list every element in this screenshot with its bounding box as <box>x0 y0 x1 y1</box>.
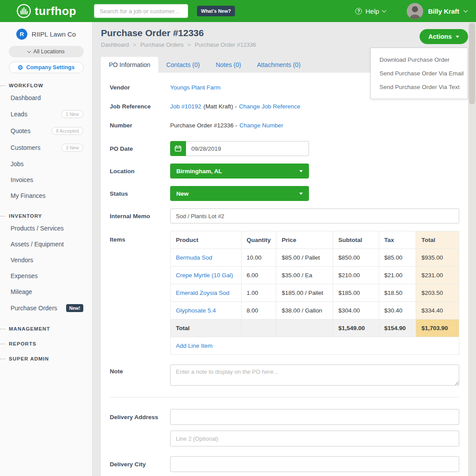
table-row: Crepe Myrtle (10 Gal) 6.00 $35.00 / Ea $… <box>171 267 459 284</box>
product-link[interactable]: Glyphosate 5.4 <box>176 307 216 314</box>
tax-cell: $85.00 <box>379 249 416 267</box>
section-management[interactable]: MANAGEMENT <box>0 326 92 331</box>
search-input[interactable] <box>94 4 188 18</box>
price-cell: $35.00 / Ea <box>276 267 333 284</box>
sidebar-item-my-finances[interactable]: My Finances <box>0 188 92 204</box>
price-cell: $85.00 / Pallet <box>276 249 333 267</box>
table-row: Emerald Zoysia Sod 1.00 $185.00 / Pallet… <box>171 284 459 302</box>
user-name: Billy Kraft <box>428 7 459 15</box>
note-label: Note <box>110 364 170 375</box>
breadcrumb-purchase-orders[interactable]: Purchase Orders <box>140 41 183 48</box>
section-workflow: WORKFLOW <box>0 83 92 88</box>
delivery-address-input[interactable] <box>170 409 459 425</box>
total-cell: $203.50 <box>416 284 459 302</box>
company-avatar: R <box>16 29 27 40</box>
add-line-item-row: Add Line Item <box>171 337 459 355</box>
sidebar: R RIIPL Lawn Co All Locations Company Se… <box>0 22 93 476</box>
customers-badge: 3 New <box>61 144 83 152</box>
table-row: Bermuda Sod 10.00 $85.00 / Pallet $850.0… <box>171 249 459 267</box>
header-subtotal: Subtotal <box>333 231 379 249</box>
chevron-down-icon <box>382 8 387 12</box>
sidebar-item-jobs[interactable]: Jobs <box>0 156 92 172</box>
table-total-row: Total $1,549.00 $154.90 $1,703.90 <box>171 320 459 337</box>
sidebar-item-vendors[interactable]: Vendors <box>0 252 92 268</box>
sidebar-item-products-services[interactable]: Products / Services <box>0 220 92 236</box>
header-quantity: Quantity <box>241 231 276 249</box>
status-select[interactable]: New <box>170 186 309 201</box>
tab-po-information[interactable]: PO Information <box>101 57 158 73</box>
sidebar-item-invoices[interactable]: Invoices <box>0 172 92 188</box>
calendar-icon[interactable] <box>170 141 186 156</box>
page-title: Purchase Order #12336 <box>101 28 468 38</box>
job-reference-text: (Matt Kraft) - <box>204 103 237 110</box>
internal-memo-label: Internal Memo <box>110 213 170 219</box>
change-job-reference-link[interactable]: Change Job Reference <box>239 103 300 110</box>
tab-attachments[interactable]: Attachments (0) <box>249 57 309 73</box>
po-date-label: PO Date <box>110 145 170 152</box>
delivery-city-label: Delivery City <box>110 461 170 468</box>
table-row: Glyphosate 5.4 8.00 $38.00 / Gallon $304… <box>171 302 459 320</box>
breadcrumb-separator <box>187 41 191 48</box>
po-date-input[interactable] <box>186 141 309 156</box>
help-menu[interactable]: Help <box>355 7 386 15</box>
caret-down-icon <box>456 36 459 38</box>
brand-logo[interactable]: turfhop <box>0 4 93 19</box>
company-settings-button[interactable]: Company Settings <box>9 62 84 73</box>
quotes-badge: 8 Accepted <box>52 127 83 135</box>
total-cell: $935.00 <box>416 249 459 267</box>
po-information-panel: Vendor Youngs Plant Farm Job Reference J… <box>101 73 468 476</box>
sidebar-item-customers[interactable]: Customers 3 New <box>0 139 92 156</box>
menu-item-send-po-text[interactable]: Send Purchase Order Via Text <box>371 80 468 94</box>
location-select[interactable]: Birmingham, AL <box>170 164 309 178</box>
grand-total: $1,703.90 <box>416 320 459 337</box>
whats-new-button[interactable]: What's New? <box>197 6 235 16</box>
scrollbar[interactable] <box>468 22 476 476</box>
job-link[interactable]: Job #10192 <box>170 103 201 110</box>
header-tax: Tax <box>379 231 416 249</box>
actions-dropdown-menu: Download Purchase Order Send Purchase Or… <box>370 48 468 99</box>
tab-notes[interactable]: Notes (0) <box>208 57 249 73</box>
quantity-cell: 6.00 <box>241 267 276 284</box>
internal-memo-input[interactable] <box>170 208 459 223</box>
section-reports[interactable]: REPORTS <box>0 341 92 346</box>
breadcrumb-dashboard[interactable]: Dashboard <box>101 41 129 48</box>
product-link[interactable]: Emerald Zoysia Sod <box>176 290 230 296</box>
header-product: Product <box>171 231 242 249</box>
delivery-address-line2-input[interactable] <box>170 431 459 446</box>
user-menu[interactable]: Billy Kraft <box>407 3 467 19</box>
scrollbar-thumb[interactable] <box>469 23 475 104</box>
change-number-link[interactable]: Change Number <box>239 122 283 129</box>
number-label: Number <box>110 122 170 129</box>
section-divider <box>110 397 459 398</box>
status-value: New <box>176 190 189 197</box>
delivery-city-input[interactable] <box>170 456 459 472</box>
all-locations-label: All Locations <box>33 48 65 55</box>
add-line-item-link[interactable]: Add Line Item <box>176 342 212 349</box>
company-selector[interactable]: R RIIPL Lawn Co <box>0 29 92 40</box>
product-link[interactable]: Crepe Myrtle (10 Gal) <box>176 272 233 279</box>
sidebar-item-leads[interactable]: Leads 1 New <box>0 106 92 123</box>
sidebar-item-expenses[interactable]: Expenses <box>0 268 92 284</box>
quantity-cell: 8.00 <box>241 302 276 320</box>
location-value: Birmingham, AL <box>176 168 222 175</box>
sidebar-item-quotes[interactable]: Quotes 8 Accepted <box>0 123 92 139</box>
items-table: Product Quantity Price Subtotal Tax Tota… <box>170 231 459 355</box>
vendor-link[interactable]: Youngs Plant Farm <box>170 84 220 91</box>
breadcrumb-current: Purchase Order #12336 <box>195 41 256 48</box>
sidebar-item-purchase-orders[interactable]: Purchase Orders New! <box>0 300 92 316</box>
tab-contacts[interactable]: Contacts (0) <box>158 57 208 73</box>
note-textarea[interactable] <box>170 364 459 386</box>
sidebar-item-dashboard[interactable]: Dashboard <box>0 90 92 106</box>
all-locations-dropdown[interactable]: All Locations <box>9 46 84 57</box>
actions-button[interactable]: Actions <box>420 29 468 44</box>
po-number-text: Purchase Order #12336 - <box>170 122 237 129</box>
menu-item-download-po[interactable]: Download Purchase Order <box>371 53 468 67</box>
menu-item-send-po-email[interactable]: Send Purchase Order Via Email <box>371 67 468 80</box>
sidebar-item-mileage[interactable]: Mileage <box>0 284 92 300</box>
sidebar-item-assets-equipment[interactable]: Assets / Equipment <box>0 236 92 252</box>
job-reference-label: Job Reference <box>110 103 170 110</box>
help-label: Help <box>365 7 379 15</box>
product-link[interactable]: Bermuda Sod <box>176 254 212 261</box>
section-super-admin[interactable]: SUPER ADMIN <box>0 356 92 361</box>
price-cell: $185.00 / Pallet <box>276 284 333 302</box>
